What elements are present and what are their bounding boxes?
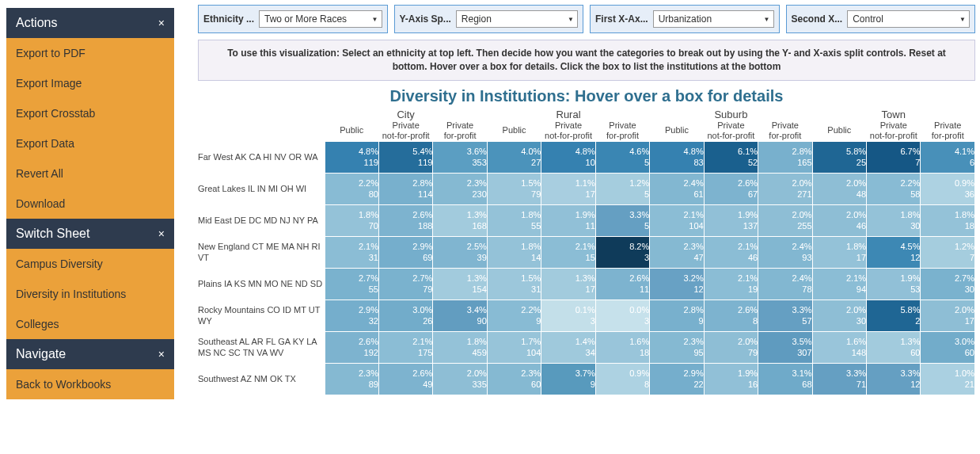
sidebar-item[interactable]: Campus Diversity — [6, 249, 174, 279]
heatmap-cell[interactable]: 1.3%154 — [433, 268, 487, 299]
heatmap-cell[interactable]: 2.7%55 — [325, 268, 378, 299]
control-select[interactable]: Two or More Races — [259, 10, 382, 28]
heatmap-cell[interactable]: 1.9%53 — [867, 268, 921, 299]
section-header[interactable]: Navigate× — [6, 339, 174, 369]
heatmap-cell[interactable]: 8.2%3 — [595, 236, 649, 268]
heatmap-cell[interactable]: 3.0%26 — [378, 299, 432, 331]
heatmap-cell[interactable]: 3.3%12 — [867, 363, 921, 395]
heatmap-cell[interactable]: 1.5%31 — [487, 268, 541, 299]
heatmap-cell[interactable]: 2.2%58 — [867, 173, 921, 204]
heatmap-cell[interactable]: 1.8%18 — [921, 204, 975, 236]
heatmap-cell[interactable]: 2.1%104 — [650, 204, 704, 236]
heatmap-cell[interactable]: 2.3%47 — [650, 236, 704, 268]
heatmap-cell[interactable]: 2.6%8 — [704, 299, 758, 331]
heatmap-cell[interactable]: 1.2%5 — [595, 173, 649, 204]
heatmap-cell[interactable]: 3.3%5 — [595, 204, 649, 236]
heatmap-cell[interactable]: 6.1%52 — [704, 141, 758, 173]
heatmap-cell[interactable]: 4.0%27 — [487, 141, 541, 173]
heatmap-cell[interactable]: 2.9%22 — [650, 363, 704, 395]
section-header[interactable]: Actions× — [6, 8, 174, 38]
heatmap-cell[interactable]: 2.6%188 — [378, 204, 432, 236]
heatmap-cell[interactable]: 2.1%94 — [812, 268, 866, 299]
heatmap-cell[interactable]: 3.0%60 — [921, 331, 975, 363]
heatmap-cell[interactable]: 6.7%7 — [867, 141, 921, 173]
sidebar-item[interactable]: Export Crosstab — [6, 98, 174, 128]
heatmap-cell[interactable]: 1.3%60 — [867, 331, 921, 363]
heatmap-cell[interactable]: 1.8%17 — [812, 236, 866, 268]
sidebar-item[interactable]: Colleges — [6, 309, 174, 339]
close-icon[interactable]: × — [158, 227, 165, 240]
heatmap-cell[interactable]: 1.8%30 — [867, 204, 921, 236]
heatmap-cell[interactable]: 2.8%9 — [650, 299, 704, 331]
heatmap-cell[interactable]: 2.7%30 — [921, 268, 975, 299]
sidebar-item[interactable]: Export Image — [6, 68, 174, 98]
heatmap-cell[interactable]: 2.6%67 — [704, 173, 758, 204]
heatmap-cell[interactable]: 1.2%7 — [921, 236, 975, 268]
heatmap-cell[interactable]: 2.8%114 — [378, 173, 432, 204]
heatmap-cell[interactable]: 2.7%79 — [378, 268, 432, 299]
heatmap-cell[interactable]: 1.9%11 — [541, 204, 595, 236]
heatmap-cell[interactable]: 2.3%230 — [433, 173, 487, 204]
heatmap-cell[interactable]: 3.6%353 — [433, 141, 487, 173]
heatmap-cell[interactable]: 2.4%61 — [650, 173, 704, 204]
heatmap-cell[interactable]: 3.1%68 — [758, 363, 812, 395]
close-icon[interactable]: × — [158, 17, 165, 29]
heatmap-cell[interactable]: 2.1%175 — [378, 331, 432, 363]
heatmap-cell[interactable]: 1.9%16 — [704, 363, 758, 395]
heatmap-cell[interactable]: 2.0%335 — [433, 363, 487, 395]
heatmap-cell[interactable]: 2.1%15 — [541, 236, 595, 268]
heatmap-cell[interactable]: 2.0%79 — [704, 331, 758, 363]
heatmap-cell[interactable]: 2.0%46 — [812, 204, 866, 236]
heatmap-cell[interactable]: 4.5%12 — [867, 236, 921, 268]
heatmap-cell[interactable]: 4.8%83 — [650, 141, 704, 173]
heatmap-cell[interactable]: 0.9%36 — [921, 173, 975, 204]
heatmap-cell[interactable]: 2.1%46 — [704, 236, 758, 268]
sidebar-item[interactable]: Export to PDF — [6, 38, 174, 68]
heatmap-cell[interactable]: 4.8%10 — [541, 141, 595, 173]
heatmap-cell[interactable]: 2.0%17 — [921, 299, 975, 331]
heatmap-cell[interactable]: 1.8%14 — [487, 236, 541, 268]
heatmap-cell[interactable]: 1.8%55 — [487, 204, 541, 236]
heatmap-cell[interactable]: 3.3%71 — [812, 363, 866, 395]
heatmap-cell[interactable]: 2.4%93 — [758, 236, 812, 268]
heatmap-cell[interactable]: 2.1%31 — [325, 236, 378, 268]
heatmap-cell[interactable]: 3.2%12 — [650, 268, 704, 299]
heatmap-cell[interactable]: 2.0%271 — [758, 173, 812, 204]
heatmap-cell[interactable]: 5.8%25 — [812, 141, 866, 173]
heatmap-cell[interactable]: 2.9%69 — [378, 236, 432, 268]
heatmap-cell[interactable]: 2.8%165 — [758, 141, 812, 173]
sidebar-item[interactable]: Revert All — [6, 158, 174, 189]
heatmap-cell[interactable]: 2.4%78 — [758, 268, 812, 299]
heatmap-cell[interactable]: 5.4%119 — [378, 141, 432, 173]
heatmap-cell[interactable]: 2.0%30 — [812, 299, 866, 331]
heatmap-cell[interactable]: 2.0%255 — [758, 204, 812, 236]
heatmap-cell[interactable]: 2.2%80 — [325, 173, 378, 204]
control-select[interactable]: Urbanization — [653, 10, 774, 28]
heatmap-cell[interactable]: 1.4%34 — [541, 331, 595, 363]
section-header[interactable]: Switch Sheet× — [6, 219, 174, 249]
heatmap-cell[interactable]: 4.8%119 — [325, 141, 378, 173]
heatmap-cell[interactable]: 5.8%2 — [867, 299, 921, 331]
heatmap-cell[interactable]: 1.8%459 — [433, 331, 487, 363]
heatmap-cell[interactable]: 1.1%17 — [541, 173, 595, 204]
heatmap-cell[interactable]: 2.3%60 — [487, 363, 541, 395]
heatmap-cell[interactable]: 3.3%57 — [758, 299, 812, 331]
heatmap-cell[interactable]: 2.6%11 — [595, 268, 649, 299]
heatmap-cell[interactable]: 3.7%9 — [541, 363, 595, 395]
control-select[interactable]: Region — [456, 10, 578, 28]
heatmap-cell[interactable]: 2.0%48 — [812, 173, 866, 204]
heatmap-cell[interactable]: 1.5%79 — [487, 173, 541, 204]
heatmap-cell[interactable]: 1.3%168 — [433, 204, 487, 236]
heatmap-cell[interactable]: 3.4%90 — [433, 299, 487, 331]
heatmap-cell[interactable]: 2.2%9 — [487, 299, 541, 331]
heatmap-cell[interactable]: 4.1%6 — [921, 141, 975, 173]
control-select[interactable]: Control — [847, 10, 970, 28]
sidebar-item[interactable]: Export Data — [6, 128, 174, 158]
heatmap-cell[interactable]: 0.1%3 — [541, 299, 595, 331]
heatmap-cell[interactable]: 1.8%70 — [325, 204, 378, 236]
sidebar-item[interactable]: Back to Workbooks — [6, 369, 174, 399]
heatmap-cell[interactable]: 1.6%18 — [595, 331, 649, 363]
sidebar-item[interactable]: Download — [6, 189, 174, 219]
heatmap-cell[interactable]: 2.6%49 — [378, 363, 432, 395]
close-icon[interactable]: × — [158, 348, 165, 361]
